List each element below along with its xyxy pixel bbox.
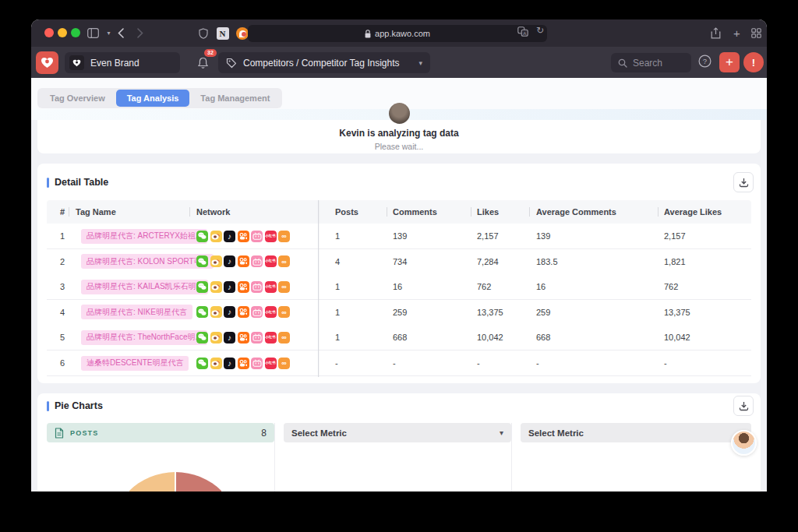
- close-window-button[interactable]: [44, 28, 54, 37]
- table-row[interactable]: 4品牌明星代言: NIKE明星代言♪小红书∞125913,37525913,37…: [47, 300, 751, 326]
- table-row[interactable]: 2品牌明星代言: KOLON SPORT可...♪小红书∞47347,28418…: [47, 249, 751, 275]
- avg-likes-cell: 2,157: [664, 224, 686, 248]
- row-index: 5: [60, 325, 65, 350]
- kawo-logo[interactable]: [36, 51, 58, 74]
- help-button[interactable]: ?: [698, 55, 711, 71]
- network-icons: ♪小红书∞: [196, 351, 292, 375]
- status-subtitle: Please wait...: [37, 142, 761, 151]
- wechat-channels-icon: ∞: [278, 306, 290, 318]
- kuaishou-icon: [238, 306, 249, 318]
- tag-badge[interactable]: 品牌明星代言: ARCTERYX始祖...: [81, 229, 207, 244]
- kuaishou-icon: [238, 255, 249, 267]
- tag-name-cell[interactable]: 品牌明星代言: ARCTERYX始祖...: [81, 224, 207, 248]
- avg-likes-cell: 13,375: [664, 300, 690, 325]
- column-header[interactable]: Likes: [477, 200, 499, 224]
- new-tab-icon[interactable]: +: [729, 26, 744, 41]
- table-row[interactable]: 6迪桑特DESCENTE明星代言♪小红书∞-----: [47, 351, 751, 376]
- notifications-button[interactable]: 32: [192, 52, 214, 73]
- table-row[interactable]: 3品牌明星代言: KAILAS凯乐石明...♪小红书∞11676216762: [47, 274, 751, 300]
- column-header[interactable]: Tag Name: [76, 200, 116, 224]
- browser-toolbar: ▾ N app.kawo.com A: [31, 19, 767, 48]
- assistant-avatar[interactable]: [731, 430, 757, 456]
- column-header[interactable]: Posts: [335, 200, 358, 224]
- comments-cell: 668: [393, 325, 407, 350]
- wechat-channels-icon: ∞: [278, 281, 290, 293]
- detail-table-card: Detail Table # Tag Name Network Posts Co…: [37, 164, 761, 383]
- share-icon[interactable]: [708, 26, 723, 41]
- tag-name-cell[interactable]: 品牌明星代言: KAILAS凯乐石明...: [81, 274, 208, 299]
- wechat-icon: [196, 255, 208, 267]
- network-icons: ♪小红书∞: [196, 224, 292, 248]
- likes-cell: 7,284: [477, 249, 499, 274]
- likes-cell: -: [477, 351, 480, 375]
- download-charts-button[interactable]: [733, 396, 754, 416]
- column-header[interactable]: Average Comments: [536, 200, 616, 224]
- weibo-icon: [210, 281, 222, 293]
- column-header[interactable]: Comments: [393, 200, 437, 224]
- minimize-window-button[interactable]: [58, 28, 67, 37]
- tab-groups-icon[interactable]: [749, 26, 764, 41]
- tab-tag-overview[interactable]: Tag Overview: [39, 90, 116, 107]
- zoom-window-button[interactable]: [71, 28, 80, 37]
- tag-badge[interactable]: 品牌明星代言: TheNorthFace明...: [81, 330, 207, 345]
- tag-name-cell[interactable]: 品牌明星代言: KOLON SPORT可...: [81, 249, 214, 274]
- tag-name-cell[interactable]: 品牌明星代言: NIKE明星代言: [81, 300, 192, 325]
- notion-extension-icon[interactable]: N: [215, 26, 230, 41]
- wechat-icon: [196, 231, 208, 242]
- column-header[interactable]: Network: [196, 200, 230, 224]
- metric-selector-posts[interactable]: POSTS 8: [47, 423, 274, 442]
- brand-name: Even Brand: [90, 58, 139, 69]
- create-post-button[interactable]: +: [719, 52, 740, 72]
- section-title: Detail Table: [55, 177, 108, 188]
- sidebar-icon[interactable]: [86, 26, 101, 41]
- avg-likes-cell: -: [664, 351, 667, 375]
- reload-icon[interactable]: ↻: [536, 26, 544, 40]
- wechat-icon: [196, 306, 208, 318]
- breadcrumb-selector[interactable]: Competitors / Competitor Tag Insights ▾: [218, 52, 430, 73]
- avg-likes-cell: 762: [664, 274, 678, 299]
- privacy-shield-icon[interactable]: [196, 26, 210, 41]
- posts-pie-chart[interactable]: [109, 472, 242, 491]
- weibo-icon: [210, 306, 222, 318]
- metric-label: POSTS: [70, 429, 99, 437]
- posts-cell: 1: [335, 224, 340, 248]
- douyin-icon: ♪: [224, 255, 235, 267]
- bilibili-icon: [251, 332, 263, 344]
- xiaohongshu-icon: 小红书: [265, 255, 277, 267]
- tag-badge[interactable]: 品牌明星代言: KAILAS凯乐石明...: [81, 280, 208, 294]
- translate-icon[interactable]: A: [517, 26, 528, 40]
- user-avatar[interactable]: !: [743, 52, 764, 72]
- analysis-status-card: Kevin is analyzing tag data Please wait.…: [37, 120, 761, 153]
- download-table-button[interactable]: [733, 172, 754, 192]
- address-bar[interactable]: app.kawo.com: [248, 25, 547, 42]
- wechat-icon: [196, 358, 208, 369]
- bilibili-icon: [251, 306, 263, 318]
- network-icons: ♪小红书∞: [196, 274, 292, 299]
- tag-badge[interactable]: 迪桑特DESCENTE明星代言: [81, 356, 189, 371]
- comments-cell: 139: [393, 224, 407, 248]
- tag-name-cell[interactable]: 迪桑特DESCENTE明星代言: [81, 351, 189, 375]
- back-icon[interactable]: [113, 26, 128, 41]
- pie-charts-card: Pie Charts POSTS 8 12.5% 12.5% Select Me…: [37, 393, 761, 491]
- tab-tag-management[interactable]: Tag Management: [189, 90, 281, 107]
- tab-tag-analysis[interactable]: Tag Analysis: [116, 90, 190, 107]
- brand-selector[interactable]: Even Brand: [65, 52, 180, 73]
- svg-text:A: A: [523, 31, 526, 36]
- column-header[interactable]: #: [60, 200, 65, 224]
- brand-logo-icon: [69, 55, 84, 70]
- table-row[interactable]: 5品牌明星代言: TheNorthFace明...♪小红书∞166810,042…: [47, 325, 751, 351]
- posts-cell: 1: [335, 274, 340, 299]
- frozen-column-divider: [318, 200, 319, 377]
- metric-select-dropdown[interactable]: Select Metric ▾: [284, 423, 511, 442]
- wechat-channels-icon: ∞: [278, 255, 290, 267]
- kuaishou-icon: [238, 231, 249, 242]
- forward-icon[interactable]: [132, 26, 147, 41]
- search-input[interactable]: Search: [611, 53, 691, 72]
- tag-badge[interactable]: 品牌明星代言: KOLON SPORT可...: [81, 254, 214, 269]
- tag-badge[interactable]: 品牌明星代言: NIKE明星代言: [81, 305, 192, 319]
- metric-select-dropdown[interactable]: Select Metric ▾: [521, 423, 751, 442]
- column-header[interactable]: Average Likes: [664, 200, 722, 224]
- row-index: 3: [60, 274, 65, 299]
- tag-name-cell[interactable]: 品牌明星代言: TheNorthFace明...: [81, 325, 207, 350]
- table-row[interactable]: 1品牌明星代言: ARCTERYX始祖...♪小红书∞11392,1571392…: [47, 224, 751, 249]
